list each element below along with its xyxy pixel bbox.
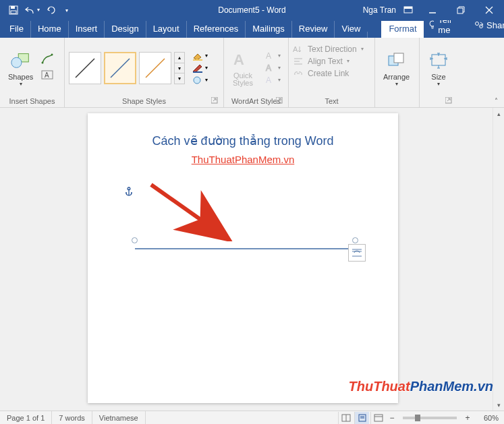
- chevron-down-icon: ▾: [20, 82, 22, 86]
- group-text: AText Direction▾ Align Text▾ Create Link…: [289, 38, 375, 107]
- group-shape-styles: ▴ ▾ ▾ ▾ ▾ ▾ Shape Styles: [65, 38, 224, 107]
- svg-text:A: A: [266, 63, 271, 73]
- dialog-launcher-shape-styles[interactable]: [210, 97, 219, 107]
- chevron-down-icon: ▾: [437, 82, 440, 86]
- text-outline-button: A▾: [264, 63, 281, 73]
- redo-button[interactable]: [43, 2, 59, 18]
- share-button[interactable]: Share: [474, 20, 504, 30]
- svg-line-20: [76, 59, 94, 78]
- quick-styles-button: A Quick Styles: [228, 48, 258, 88]
- close-button[interactable]: [477, 0, 501, 20]
- size-button[interactable]: Size ▾: [424, 49, 453, 88]
- svg-point-17: [51, 54, 53, 56]
- text-effects-button: A▾: [264, 75, 281, 85]
- dialog-launcher-size[interactable]: [444, 97, 453, 107]
- zoom-level[interactable]: 60%: [474, 414, 499, 422]
- tab-view[interactable]: View: [334, 21, 367, 38]
- scroll-up-button[interactable]: ▴: [493, 108, 504, 119]
- zoom-in-button[interactable]: +: [462, 413, 473, 423]
- watermark: ThuThuatPhanMem.vn: [349, 379, 493, 394]
- document-page[interactable]: Cách vẽ đường thẳng trong Word ThuThuatP…: [88, 113, 398, 403]
- status-bar: Page 1 of 1 7 words Vietnamese − + 60%: [0, 411, 504, 424]
- shape-effects-button[interactable]: ▾: [192, 75, 208, 85]
- shape-outline-button[interactable]: ▾: [192, 63, 208, 73]
- tab-layout[interactable]: Layout: [146, 21, 186, 38]
- wordart-fill-outline: A▾ A▾ A▾: [264, 51, 281, 85]
- scroll-down-button[interactable]: ▾: [493, 399, 504, 411]
- text-box-button[interactable]: A: [41, 69, 53, 83]
- vertical-scrollbar[interactable]: ▴ ▾: [493, 108, 504, 411]
- tab-design[interactable]: Design: [104, 21, 145, 38]
- dialog-launcher-wordart[interactable]: [275, 97, 284, 107]
- shapes-button[interactable]: Shapes ▾: [4, 49, 37, 88]
- shape-style-3[interactable]: [139, 52, 171, 84]
- shape-style-gallery: ▴ ▾ ▾: [69, 52, 185, 84]
- text-fill-button: A▾: [264, 51, 281, 61]
- svg-rect-1: [11, 6, 15, 9]
- ribbon-display-button[interactable]: [400, 2, 416, 18]
- close-icon: [485, 6, 493, 14]
- arrange-button[interactable]: Arrange ▾: [379, 49, 414, 88]
- status-page[interactable]: Page 1 of 1: [0, 411, 52, 424]
- shape-style-1[interactable]: [69, 52, 101, 84]
- shape-fill-outline: ▾ ▾ ▾: [192, 51, 208, 85]
- shape-fill-button[interactable]: ▾: [192, 51, 208, 61]
- selection-handle-start[interactable]: [132, 237, 138, 243]
- status-words[interactable]: 7 words: [52, 411, 92, 424]
- view-web-layout[interactable]: [370, 412, 385, 424]
- svg-rect-23: [193, 59, 202, 61]
- tab-overflow[interactable]: [367, 32, 381, 38]
- minimize-button[interactable]: [420, 0, 445, 20]
- collapse-ribbon-button[interactable]: ˄: [491, 95, 501, 106]
- edit-shape-icon: [41, 53, 53, 64]
- gallery-down[interactable]: ▾: [175, 63, 184, 74]
- gallery-up[interactable]: ▴: [175, 53, 184, 63]
- tab-home[interactable]: Home: [30, 21, 68, 38]
- svg-text:A: A: [233, 51, 244, 68]
- undo-button[interactable]: ▾: [24, 2, 40, 18]
- arrange-label: Arrange: [383, 73, 410, 81]
- svg-point-25: [194, 77, 200, 84]
- tab-references[interactable]: References: [186, 21, 245, 38]
- shape-style-2[interactable]: [104, 52, 136, 84]
- customize-qat-button[interactable]: ▾: [62, 2, 72, 18]
- zoom-slider[interactable]: [403, 417, 457, 419]
- edit-shape-button[interactable]: [41, 53, 53, 67]
- svg-text:A: A: [266, 75, 271, 85]
- svg-text:A: A: [266, 51, 271, 61]
- bucket-icon: [192, 51, 204, 61]
- shapes-icon: [10, 50, 32, 71]
- save-button[interactable]: [5, 2, 22, 18]
- selected-line-shape[interactable]: [135, 240, 355, 241]
- status-language[interactable]: Vietnamese: [92, 411, 146, 424]
- selection-handle-end[interactable]: [352, 237, 358, 243]
- scrollbar-track[interactable]: [493, 119, 504, 399]
- view-read-mode[interactable]: [338, 412, 353, 424]
- tab-review[interactable]: Review: [291, 21, 335, 38]
- svg-rect-47: [374, 415, 383, 421]
- zoom-thumb[interactable]: [415, 415, 420, 421]
- tab-format[interactable]: Format: [381, 21, 423, 38]
- gallery-spinner: ▴ ▾ ▾: [174, 52, 185, 84]
- zoom-out-button[interactable]: −: [387, 413, 397, 423]
- view-print-layout[interactable]: [354, 412, 369, 424]
- pen-icon: [192, 63, 204, 73]
- layout-options-button[interactable]: [348, 244, 366, 262]
- tab-file[interactable]: File: [0, 21, 30, 38]
- svg-point-12: [476, 22, 479, 26]
- tab-mailings[interactable]: Mailings: [245, 21, 291, 38]
- user-name[interactable]: Nga Tran: [363, 5, 396, 15]
- ribbon-display-icon: [403, 6, 413, 14]
- group-label-shape-styles: Shape Styles: [69, 96, 219, 107]
- group-label-size: [424, 96, 453, 107]
- group-label-insert-shapes: Insert Shapes: [4, 96, 60, 107]
- chevron-down-icon: ▾: [37, 8, 40, 12]
- annotation-arrow: [146, 181, 233, 241]
- svg-rect-6: [457, 8, 463, 13]
- svg-rect-24: [193, 71, 202, 73]
- gallery-more[interactable]: ▾: [175, 73, 184, 84]
- restore-button[interactable]: [449, 0, 473, 20]
- tab-insert[interactable]: Insert: [68, 21, 105, 38]
- size-icon: [428, 50, 449, 71]
- svg-point-15: [11, 57, 22, 67]
